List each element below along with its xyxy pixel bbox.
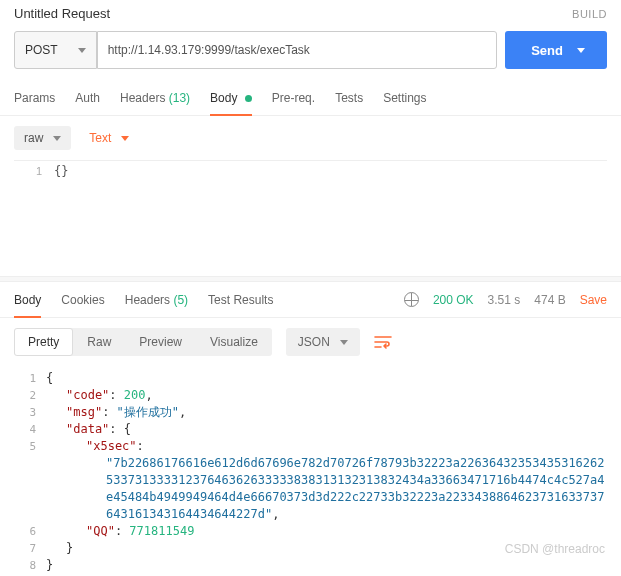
tab-prereq[interactable]: Pre-req. [272, 83, 315, 115]
dot-indicator-icon [245, 95, 252, 102]
view-visualize-button[interactable]: Visualize [196, 328, 272, 356]
tab-headers[interactable]: Headers (13) [120, 83, 190, 115]
http-method-select[interactable]: POST [14, 31, 97, 69]
resp-tab-body[interactable]: Body [14, 293, 41, 317]
response-size: 474 B [534, 293, 565, 307]
body-format-select[interactable]: Text [89, 131, 129, 145]
line-number: 1 [14, 161, 54, 181]
build-label: BUILD [572, 8, 607, 20]
tab-auth[interactable]: Auth [75, 83, 100, 115]
view-mode-group: Pretty Raw Preview Visualize [14, 328, 272, 356]
tab-body[interactable]: Body [210, 83, 252, 115]
view-pretty-button[interactable]: Pretty [14, 328, 73, 356]
tab-params[interactable]: Params [14, 83, 55, 115]
resp-tab-cookies[interactable]: Cookies [61, 293, 104, 317]
send-label: Send [531, 43, 563, 58]
status-code: 200 OK [433, 293, 474, 307]
response-body[interactable]: 1{ 2"code": 200, 3"msg": "操作成功", 4"data"… [0, 366, 621, 576]
wrap-lines-icon[interactable] [374, 335, 392, 349]
url-input[interactable] [97, 31, 498, 69]
save-response-button[interactable]: Save [580, 293, 607, 307]
tab-tests[interactable]: Tests [335, 83, 363, 115]
view-preview-button[interactable]: Preview [125, 328, 196, 356]
resp-tab-test-results[interactable]: Test Results [208, 293, 273, 317]
request-title: Untitled Request [14, 6, 110, 21]
resp-tab-headers[interactable]: Headers (5) [125, 293, 188, 317]
caret-down-icon [78, 48, 86, 53]
request-body-editor[interactable]: 1 {} [14, 160, 607, 270]
tab-settings[interactable]: Settings [383, 83, 426, 115]
response-time: 3.51 s [488, 293, 521, 307]
send-button[interactable]: Send [505, 31, 607, 69]
globe-icon[interactable] [404, 292, 419, 307]
request-body-code: {} [54, 161, 68, 181]
caret-down-icon [577, 48, 585, 53]
body-type-select[interactable]: raw [14, 126, 71, 150]
response-format-select[interactable]: JSON [286, 328, 360, 356]
view-raw-button[interactable]: Raw [73, 328, 125, 356]
http-method-value: POST [25, 43, 58, 57]
caret-down-icon [340, 340, 348, 345]
caret-down-icon [121, 136, 129, 141]
caret-down-icon [53, 136, 61, 141]
